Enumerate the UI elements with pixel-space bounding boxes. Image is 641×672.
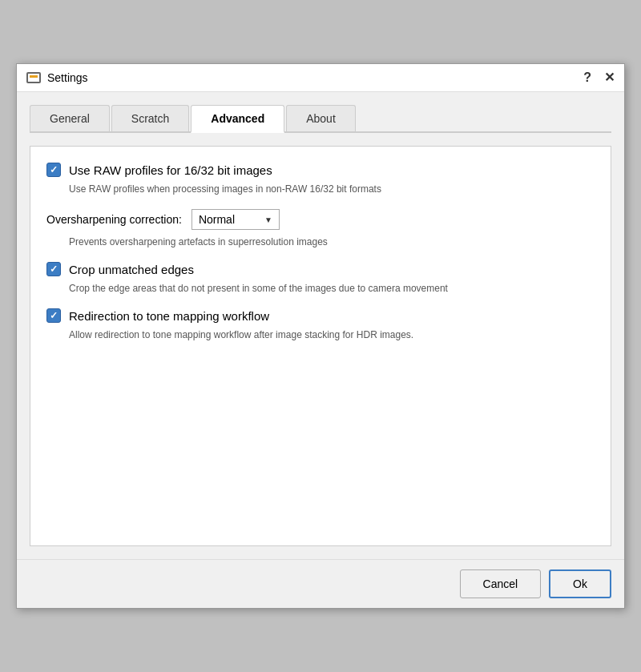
oversharpening-value: Normal bbox=[199, 213, 235, 226]
tone-mapping-desc: Allow redirection to tone mapping workfl… bbox=[69, 328, 595, 342]
crop-edges-label: Crop unmatched edges bbox=[69, 263, 194, 276]
oversharpening-desc: Prevents oversharpening artefacts in sup… bbox=[69, 235, 595, 249]
footer: Cancel Ok bbox=[17, 559, 624, 608]
tab-bar: General Scratch Advanced About bbox=[30, 105, 611, 133]
content-area: Use RAW profiles for 16/32 bit images Us… bbox=[30, 146, 611, 546]
crop-edges-setting: Crop unmatched edges Crop the edge areas… bbox=[46, 262, 595, 296]
raw-profiles-desc: Use RAW profiles when processing images … bbox=[69, 182, 595, 196]
close-button[interactable]: ✕ bbox=[604, 71, 615, 84]
tab-about[interactable]: About bbox=[286, 105, 356, 131]
tab-scratch[interactable]: Scratch bbox=[111, 105, 189, 131]
tone-mapping-checkbox-row: Redirection to tone mapping workflow bbox=[46, 308, 595, 323]
title-bar-controls: ? ✕ bbox=[583, 70, 615, 85]
title-bar-left: Settings bbox=[26, 71, 88, 84]
crop-edges-checkbox-row: Crop unmatched edges bbox=[46, 262, 595, 276]
dropdown-arrow-icon: ▼ bbox=[264, 215, 272, 224]
oversharpening-label: Oversharpening correction: bbox=[46, 213, 182, 226]
ok-button[interactable]: Ok bbox=[549, 569, 611, 598]
tab-general[interactable]: General bbox=[30, 105, 110, 131]
app-icon bbox=[26, 72, 41, 83]
window-body: General Scratch Advanced About Use RAW p… bbox=[17, 92, 624, 559]
tone-mapping-checkbox[interactable] bbox=[46, 308, 61, 323]
oversharpening-dropdown[interactable]: Normal ▼ bbox=[191, 209, 280, 230]
window-title: Settings bbox=[47, 71, 88, 84]
oversharpening-setting: Oversharpening correction: Normal ▼ Prev… bbox=[46, 209, 595, 249]
tone-mapping-label: Redirection to tone mapping workflow bbox=[69, 309, 269, 323]
help-button[interactable]: ? bbox=[583, 70, 591, 85]
raw-profiles-checkbox-row: Use RAW profiles for 16/32 bit images bbox=[46, 163, 595, 177]
raw-profiles-label: Use RAW profiles for 16/32 bit images bbox=[69, 163, 272, 177]
raw-profiles-setting: Use RAW profiles for 16/32 bit images Us… bbox=[46, 163, 595, 196]
title-bar: Settings ? ✕ bbox=[17, 64, 624, 92]
crop-edges-checkbox[interactable] bbox=[46, 262, 61, 276]
tab-advanced[interactable]: Advanced bbox=[191, 105, 284, 133]
crop-edges-desc: Crop the edge areas that do not present … bbox=[69, 281, 595, 296]
cancel-button[interactable]: Cancel bbox=[460, 569, 542, 598]
raw-profiles-checkbox[interactable] bbox=[46, 163, 61, 177]
oversharpening-control-row: Oversharpening correction: Normal ▼ bbox=[46, 209, 595, 230]
settings-window: Settings ? ✕ General Scratch Advanced Ab… bbox=[16, 63, 625, 609]
tone-mapping-setting: Redirection to tone mapping workflow All… bbox=[46, 308, 595, 342]
